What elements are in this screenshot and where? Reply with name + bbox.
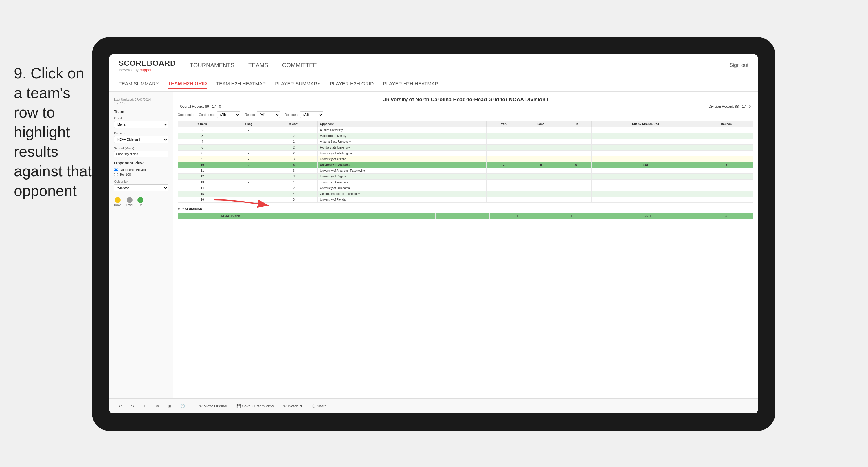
table-row[interactable]: 14-2University of Oklahoma [178,185,753,191]
colour-by-select[interactable]: Win/loss [114,184,168,192]
col-rounds: Rounds [700,121,753,127]
opponent-select[interactable]: (All) [300,112,323,118]
radio-opponents-played[interactable]: Opponents Played [114,168,168,171]
diff-cell [592,156,700,162]
out-of-division-row[interactable]: NCAA Division II 1 0 0 26.00 3 [178,213,753,219]
diff-cell [592,150,700,156]
loss-cell [521,168,561,174]
table-row[interactable]: 15-4Georgia Institute of Technology [178,191,753,197]
level-label: Level [126,204,133,207]
logo-area: SCOREBOARD Powered by clippd [119,59,176,72]
win-cell [487,150,521,156]
tie-cell: 0 [561,162,591,168]
tab-player-h2h-grid[interactable]: PLAYER H2H GRID [330,80,374,88]
division-record: Division Record: 88 - 17 - 0 [709,105,751,109]
loss-cell [521,179,561,185]
rounds-cell [700,156,753,162]
win-cell [487,191,521,197]
clock-button[interactable]: 🕐 [178,403,187,409]
table-row[interactable]: 6-2Florida State University [178,145,753,150]
table-row[interactable]: 11-6University of Arkansas, Fayetteville [178,168,753,174]
table-row[interactable]: 9-3University of Arizona [178,156,753,162]
region-filter: Region (All) [245,112,280,118]
region-select[interactable]: (All) [257,112,280,118]
reg-cell: - [227,179,270,185]
conf-cell: 3 [270,174,317,179]
rank-cell: 8 [178,150,227,156]
conf-cell: 2 [270,150,317,156]
reg-cell: - [227,145,270,150]
tab-team-h2h-heatmap[interactable]: TEAM H2H HEATMAP [216,80,266,88]
table-row[interactable]: 3-2Vanderbilt University [178,133,753,139]
watch-button[interactable]: 👁 Watch ▼ [281,403,305,409]
conf-cell: 2 [270,185,317,191]
division-select[interactable]: NCAA Division I [114,136,168,143]
conf-cell: 2 [270,145,317,150]
col-opponent: Opponent [317,121,487,127]
radio-top-100[interactable]: Top 100 [114,173,168,176]
tab-team-h2h-grid[interactable]: TEAM H2H GRID [168,80,207,89]
copy-button[interactable]: ⧉ [154,403,161,410]
conf-cell: 2 [270,133,317,139]
win-cell [487,168,521,174]
loss-cell [521,150,561,156]
diff-cell [592,133,700,139]
colour-by-label: Colour by [114,180,168,183]
grid-records: Overall Record: 89 - 17 - 0 Division Rec… [178,105,753,109]
conf-cell: 1 [270,139,317,145]
table-row[interactable]: 10-5University of Alabama3002.618 [178,162,753,168]
sign-out-link[interactable]: Sign out [730,62,748,68]
main-content: Last Updated: 27/03/2024 16:55:38 Team G… [110,92,758,399]
redo-button[interactable]: ↪ [129,403,136,409]
nav-committee[interactable]: COMMITTEE [282,61,317,70]
loss-cell [521,185,561,191]
tie-cell [561,139,591,145]
loss-cell [521,145,561,150]
share-button[interactable]: ⬡ Share [310,403,329,409]
opponent-cell: University of Florida [317,197,487,203]
win-cell [487,139,521,145]
col-conf: # Conf [270,121,317,127]
opponent-cell: University of Arizona [317,156,487,162]
table-row[interactable]: 2-1Auburn University [178,127,753,133]
loss-cell [521,127,561,133]
grid-title: University of North Carolina Head-to-Hea… [178,97,753,103]
overall-record: Overall Record: 89 - 17 - 0 [180,105,221,109]
view-original-button[interactable]: 👁 View: Original [197,403,229,409]
rank-cell: 13 [178,179,227,185]
paste-button[interactable]: ⊞ [165,403,174,409]
opponent-cell: Florida State University [317,145,487,150]
tab-player-summary[interactable]: PLAYER SUMMARY [275,80,320,88]
table-row[interactable]: 12-3University of Virginia [178,174,753,179]
undo-button[interactable]: ↩ [116,403,124,409]
rounds-cell [700,127,753,133]
rank-cell: 11 [178,168,227,174]
win-cell [487,133,521,139]
save-custom-view-button[interactable]: 💾 Save Custom View [234,403,276,409]
out-of-division-table: NCAA Division II 1 0 0 26.00 3 [178,213,753,219]
conference-select[interactable]: (All) [217,112,240,118]
nav-tournaments[interactable]: TOURNAMENTS [190,61,235,70]
tab-player-h2h-heatmap[interactable]: PLAYER H2H HEATMAP [383,80,438,88]
table-row[interactable]: 4-1Arizona State University [178,139,753,145]
tab-team-summary[interactable]: TEAM SUMMARY [119,80,159,88]
reg-cell: - [227,185,270,191]
conf-cell: 3 [270,197,317,203]
tie-cell [561,156,591,162]
rank-cell: 14 [178,185,227,191]
loss-cell: 0 [521,162,561,168]
col-diff: Diff Av Strokes/Rnd [592,121,700,127]
conf-cell: 1 [270,179,317,185]
gender-label: Gender [114,116,168,120]
diff-cell [592,185,700,191]
logo-subtitle: Powered by clippd [119,68,176,72]
tie-cell [561,133,591,139]
reg-cell: - [227,139,270,145]
table-row[interactable]: 13-1Texas Tech University [178,179,753,185]
opponent-cell: University of Alabama [317,162,487,168]
back-button[interactable]: ↩ [141,403,149,409]
table-row[interactable]: 8-2University of Washington [178,150,753,156]
gender-select[interactable]: Men's [114,121,168,128]
table-row[interactable]: 16-3University of Florida [178,197,753,203]
nav-teams[interactable]: TEAMS [248,61,268,70]
